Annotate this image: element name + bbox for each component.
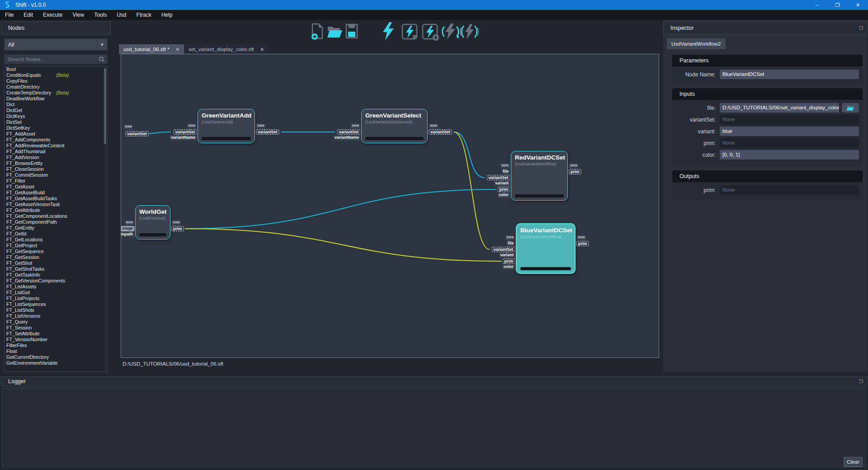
list-item[interactable]: FT_CommitSession <box>5 172 107 178</box>
port-exec[interactable]: >>> <box>576 235 586 240</box>
list-item[interactable]: FT_CloseSession <box>5 166 107 172</box>
tab-set-variant-display-color-sft[interactable]: set_variant_display_color.sft✕ <box>184 44 269 54</box>
wire-cyan[interactable] <box>185 189 496 229</box>
menu-file[interactable]: File <box>0 10 19 20</box>
wire-yellow[interactable] <box>454 132 490 249</box>
port-variantSet[interactable]: variantSet <box>125 131 149 136</box>
detach-icon[interactable]: ❐ <box>859 379 863 384</box>
menu-view[interactable]: View <box>67 10 89 20</box>
port-variantSet[interactable]: variantSet <box>173 129 197 135</box>
new-file-icon[interactable] <box>311 23 324 40</box>
minimize-button[interactable]: ─ <box>807 0 827 10</box>
list-item[interactable]: FT_Session <box>5 325 107 331</box>
list-item[interactable]: FT_GetAttribute <box>5 207 107 213</box>
execute-icon[interactable] <box>382 22 395 40</box>
list-item[interactable]: FT_GetId <box>5 231 107 237</box>
list-item[interactable]: FT_GetComponentPath <box>5 219 107 225</box>
port-variantName[interactable]: variantName <box>333 135 360 141</box>
list-item[interactable]: FT_AddComponents <box>5 137 107 143</box>
browse-button[interactable] <box>842 103 859 113</box>
list-item[interactable]: FT_BrowseEntity <box>5 160 107 166</box>
list-item[interactable]: DictGet <box>5 108 107 113</box>
port-prim[interactable]: prim <box>171 226 184 231</box>
port-exec[interactable]: >>> <box>123 124 133 130</box>
port-primpath[interactable]: primpath <box>121 232 134 237</box>
list-item[interactable]: FT_GetLocations <box>5 237 107 243</box>
field-file[interactable]: D:/USD_TUTORIALS/06/set_variant_display_… <box>720 103 839 113</box>
list-item[interactable]: FT_VersionNumber <box>5 337 107 343</box>
list-item[interactable]: FT_AddAsset <box>5 131 107 137</box>
list-item[interactable]: DeadlineWorkflow <box>5 96 107 102</box>
node-BlueVariantDCSet[interactable]: BlueVariantDCSet(UsdVariantWorkflow) <box>516 223 576 274</box>
menu-usd[interactable]: Usd <box>112 10 131 20</box>
port-file[interactable]: file <box>501 169 510 174</box>
port-exec[interactable]: >>> <box>171 220 181 226</box>
wire-cyan[interactable] <box>454 132 485 178</box>
node-WorldGet[interactable]: WorldGet(UsdPrimGet) <box>135 205 170 240</box>
execute-cycle-icon[interactable] <box>442 22 460 41</box>
list-item[interactable]: FT_ListVersions <box>5 313 107 319</box>
list-item[interactable]: FT_GetEntity <box>5 225 107 231</box>
tab-close-icon[interactable]: ✕ <box>260 47 264 52</box>
port-prim[interactable]: prim <box>497 187 510 192</box>
port-stage[interactable]: stage <box>121 226 134 231</box>
port-variant[interactable]: variant <box>499 253 515 258</box>
list-item[interactable]: Float <box>5 348 107 354</box>
port-exec[interactable]: >>> <box>505 235 515 240</box>
port-variantSet[interactable]: variantSet <box>486 175 510 180</box>
menu-edit[interactable]: Edit <box>19 10 38 20</box>
port-exec[interactable]: >>> <box>124 220 134 226</box>
port-variant[interactable]: variant <box>494 181 510 186</box>
logger-output[interactable] <box>2 388 866 467</box>
inspector-tab[interactable]: UsdVariantWorkflow2 <box>667 38 726 49</box>
list-item[interactable]: FT_GetAssetBuild <box>5 190 107 196</box>
list-item[interactable]: DictKeys <box>5 113 107 119</box>
list-item[interactable]: FT_GetSession <box>5 254 107 260</box>
list-item[interactable]: CreateDirectory <box>5 84 107 90</box>
open-file-icon[interactable] <box>327 25 343 38</box>
menu-ftrack[interactable]: Ftrack <box>132 10 156 20</box>
port-variantSet[interactable]: variantSet <box>429 129 452 135</box>
port-variantSet[interactable]: variantSet <box>256 129 279 135</box>
list-item[interactable]: FT_GetTaskInfo <box>5 272 107 278</box>
port-exec[interactable]: >>> <box>569 163 579 169</box>
list-item[interactable]: FT_AddVersion <box>5 155 107 160</box>
list-item[interactable]: FT_ListGet <box>5 290 107 296</box>
field-color[interactable]: [0, 0, 1] <box>720 150 859 160</box>
save-file-icon[interactable] <box>345 24 359 39</box>
close-button[interactable]: ✕ <box>848 0 868 10</box>
node-search-input[interactable]: Search Nodes... <box>4 54 108 64</box>
tab-close-icon[interactable]: ✕ <box>176 47 179 52</box>
menu-tools[interactable]: Tools <box>89 10 112 20</box>
list-item[interactable]: DictSet <box>5 119 107 125</box>
menu-help[interactable]: Help <box>156 10 178 20</box>
wire-yellow[interactable] <box>185 229 501 261</box>
execute-frame-icon[interactable] <box>401 24 420 41</box>
list-item[interactable]: FT_GetShotTasks <box>5 266 107 272</box>
list-item[interactable]: FT_ListShots <box>5 307 107 313</box>
port-color[interactable]: color <box>497 193 510 198</box>
list-item[interactable]: Dict <box>5 102 107 108</box>
list-item[interactable]: FT_GetAsset <box>5 184 107 190</box>
port-exec[interactable]: >>> <box>500 163 510 169</box>
node-filter-dropdown[interactable]: All ▼ <box>4 38 108 51</box>
list-item[interactable]: FT_ListSequences <box>5 301 107 307</box>
port-exec[interactable]: >>> <box>429 123 439 129</box>
list-item[interactable]: FT_SetAttribute <box>5 331 107 337</box>
node-GreenVariantSelect[interactable]: GreenVariantSelect(UsdVariantSetSelected… <box>361 109 428 143</box>
list-item[interactable]: FT_GetVersionComponents <box>5 278 107 284</box>
list-item[interactable]: FT_AddReviewableContent <box>5 143 107 149</box>
port-variantName[interactable]: variantName <box>170 135 197 141</box>
list-item[interactable]: CreateTempDirectory(Beta) <box>5 90 107 96</box>
port-file[interactable]: file <box>506 241 515 246</box>
list-item[interactable]: FT_GetAssetBuildTasks <box>5 196 107 202</box>
port-exec[interactable]: >>> <box>256 123 266 129</box>
port-exec[interactable]: >>> <box>350 123 360 129</box>
node-RedVariantDCSet[interactable]: RedVariantDCSet(UsdVariantWorkflow) <box>511 151 568 201</box>
list-item[interactable]: FT_AddThumbnail <box>5 149 107 155</box>
list-item[interactable]: FT_GetComponentLocations <box>5 213 107 219</box>
node-type-list[interactable]: BoolConditionEquals(Beta)CopyFilesCreate… <box>4 66 108 372</box>
list-item[interactable]: FT_GetSequence <box>5 249 107 254</box>
node-graph-canvas[interactable]: GreenVariantAdd(UsdVariantAdd)>>>variant… <box>121 54 659 358</box>
list-item[interactable]: FT_GetShot <box>5 260 107 266</box>
